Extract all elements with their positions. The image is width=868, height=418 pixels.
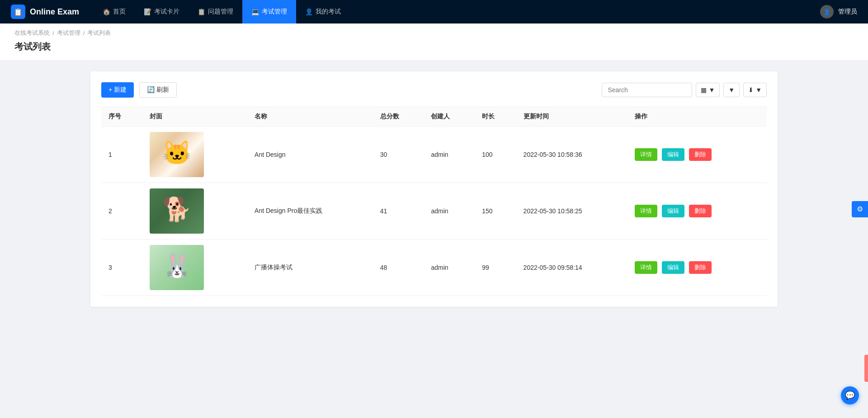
cell-actions: 详情 编辑 删除 xyxy=(627,127,767,183)
col-name: 名称 xyxy=(247,107,373,127)
cell-name: Ant Design Pro最佳实践 xyxy=(247,183,373,240)
sort-button[interactable]: ▼ xyxy=(723,83,740,97)
nav-items: 🏠 首页 📝 考试卡片 📋 问题管理 💻 考试管理 👤 我的考试 xyxy=(94,0,820,23)
nav-item-exam-mgmt[interactable]: 💻 考试管理 xyxy=(242,0,296,23)
cell-score: 48 xyxy=(373,240,424,296)
cell-creator: admin xyxy=(424,240,475,296)
view-toggle-button[interactable]: ▦ ▼ xyxy=(696,83,720,97)
exam-table: 序号 封面 名称 总分数 创建人 时长 更新时间 操作 1 Ant xyxy=(101,107,767,296)
col-updated: 更新时间 xyxy=(516,107,628,127)
cell-updated: 2022-05-30 10:58:25 xyxy=(516,183,628,240)
col-cover: 封面 xyxy=(142,107,247,127)
cell-cover xyxy=(142,240,247,296)
toolbar-left: + 新建 🔄 刷新 xyxy=(101,82,177,98)
nav-item-my-exams[interactable]: 👤 我的考试 xyxy=(296,0,350,23)
delete-button[interactable]: 删除 xyxy=(689,148,712,161)
chat-button[interactable]: 💬 xyxy=(841,386,859,404)
cover-image-cat xyxy=(150,132,204,177)
nav-item-questions[interactable]: 📋 问题管理 xyxy=(189,0,242,23)
sort-icon: ▼ xyxy=(728,86,735,94)
cell-score: 30 xyxy=(373,127,424,183)
col-action: 操作 xyxy=(627,107,767,127)
detail-button[interactable]: 详情 xyxy=(635,148,657,161)
delete-button[interactable]: 删除 xyxy=(689,261,712,274)
chevron-down-icon: ▼ xyxy=(708,86,715,94)
cell-actions: 详情 编辑 删除 xyxy=(627,240,767,296)
grid-icon: ▦ xyxy=(701,86,707,94)
delete-button[interactable]: 删除 xyxy=(689,205,712,217)
exam-mgmt-icon: 💻 xyxy=(251,8,259,15)
cell-updated: 2022-05-30 10:58:36 xyxy=(516,127,628,183)
content-card: + 新建 🔄 刷新 ▦ ▼ ▼ ⬇ ▼ xyxy=(90,71,778,307)
cell-index: 2 xyxy=(101,183,142,240)
breadcrumb-exam-mgmt[interactable]: 考试管理 xyxy=(57,29,80,37)
edit-button[interactable]: 编辑 xyxy=(662,148,684,161)
cell-cover xyxy=(142,127,247,183)
settings-button[interactable]: ⚙ xyxy=(852,201,868,217)
download-icon: ⬇ xyxy=(748,86,754,94)
my-exams-icon: 👤 xyxy=(305,8,313,15)
download-button[interactable]: ⬇ ▼ xyxy=(743,83,767,97)
flashcard-icon: 📝 xyxy=(144,8,151,15)
brand-icon: 📋 xyxy=(11,5,25,19)
col-duration: 时长 xyxy=(475,107,516,127)
detail-button[interactable]: 详情 xyxy=(635,205,657,217)
cell-score: 41 xyxy=(373,183,424,240)
cell-name: Ant Design xyxy=(247,127,373,183)
navbar: 📋 Online Exam 🏠 首页 📝 考试卡片 📋 问题管理 💻 考试管理 … xyxy=(0,0,868,23)
cell-index: 1 xyxy=(101,127,142,183)
breadcrumb-area: 在线考试系统 / 考试管理 / 考试列表 考试列表 xyxy=(0,23,868,61)
col-index: 序号 xyxy=(101,107,142,127)
table-row: 1 Ant Design 30 admin 100 2022-05-30 10:… xyxy=(101,127,767,183)
brand-name: Online Exam xyxy=(30,7,79,17)
breadcrumb-current: 考试列表 xyxy=(87,29,111,37)
cell-cover xyxy=(142,183,247,240)
search-input[interactable] xyxy=(602,83,692,97)
scroll-indicator xyxy=(864,355,868,382)
breadcrumb-home[interactable]: 在线考试系统 xyxy=(14,29,50,37)
cover-image-rabbit xyxy=(150,245,204,290)
edit-button[interactable]: 编辑 xyxy=(662,205,684,217)
cell-creator: admin xyxy=(424,183,475,240)
table-row: 3 广播体操考试 48 admin 99 2022-05-30 09:58:14… xyxy=(101,240,767,296)
breadcrumb: 在线考试系统 / 考试管理 / 考试列表 xyxy=(14,29,854,37)
cell-updated: 2022-05-30 09:58:14 xyxy=(516,240,628,296)
toolbar-right: ▦ ▼ ▼ ⬇ ▼ xyxy=(602,83,767,97)
nav-item-flashcard[interactable]: 📝 考试卡片 xyxy=(135,0,189,23)
cell-creator: admin xyxy=(424,127,475,183)
refresh-button[interactable]: 🔄 刷新 xyxy=(139,82,177,98)
cover-image-dog xyxy=(150,188,204,234)
avatar: 👤 xyxy=(820,5,834,19)
cell-actions: 详情 编辑 删除 xyxy=(627,183,767,240)
cell-duration: 99 xyxy=(475,240,516,296)
chevron-down-icon2: ▼ xyxy=(755,86,762,94)
user-menu[interactable]: 👤 管理员 xyxy=(820,5,857,19)
detail-button[interactable]: 详情 xyxy=(635,261,657,274)
home-icon: 🏠 xyxy=(103,8,110,15)
main-content: + 新建 🔄 刷新 ▦ ▼ ▼ ⬇ ▼ xyxy=(0,61,868,318)
username-label: 管理员 xyxy=(838,8,857,16)
page-title: 考试列表 xyxy=(14,41,854,53)
questions-icon: 📋 xyxy=(198,8,205,15)
col-score: 总分数 xyxy=(373,107,424,127)
new-button[interactable]: + 新建 xyxy=(101,82,134,98)
toolbar: + 新建 🔄 刷新 ▦ ▼ ▼ ⬇ ▼ xyxy=(101,82,767,98)
cell-duration: 150 xyxy=(475,183,516,240)
table-row: 2 Ant Design Pro最佳实践 41 admin 150 2022-0… xyxy=(101,183,767,240)
edit-button[interactable]: 编辑 xyxy=(662,261,684,274)
brand[interactable]: 📋 Online Exam xyxy=(11,5,79,19)
cell-index: 3 xyxy=(101,240,142,296)
col-creator: 创建人 xyxy=(424,107,475,127)
cell-name: 广播体操考试 xyxy=(247,240,373,296)
nav-item-home[interactable]: 🏠 首页 xyxy=(94,0,135,23)
table-header-row: 序号 封面 名称 总分数 创建人 时长 更新时间 操作 xyxy=(101,107,767,127)
cell-duration: 100 xyxy=(475,127,516,183)
